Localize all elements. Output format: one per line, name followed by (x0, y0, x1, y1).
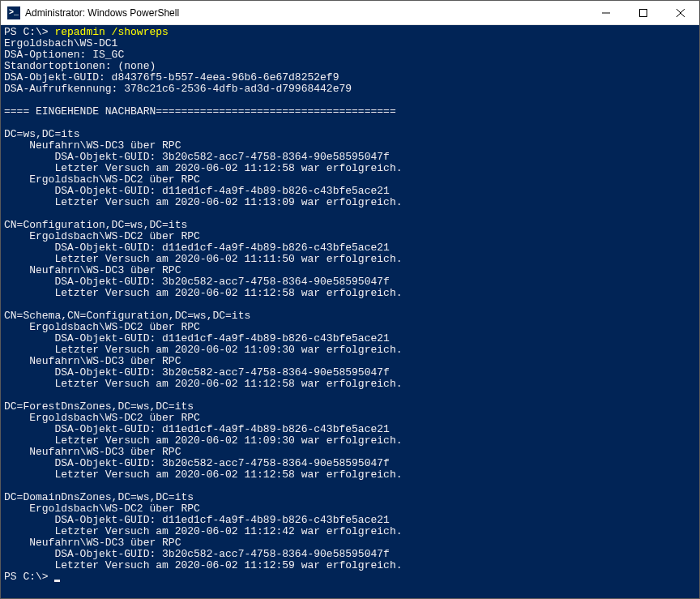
output-guid: DSA-Objekt-GUID: d11ed1cf-4a9f-4b89-b826… (4, 185, 390, 197)
close-button[interactable] (662, 1, 699, 24)
output-attempt: Letzter Versuch am 2020-06-02 11:09:30 w… (4, 344, 402, 356)
output-neighbor: Neufahrn\WS-DC3 über RPC (4, 264, 181, 276)
output-guid: DSA-Objekt-GUID: 3b20c582-acc7-4758-8364… (4, 366, 390, 379)
powershell-icon: >_ (7, 6, 20, 19)
output-attempt: Letzter Versuch am 2020-06-02 11:13:09 w… (4, 196, 402, 208)
output-neighbor: Neufahrn\WS-DC3 über RPC (4, 537, 181, 549)
output-context: DC=DomainDnsZones,DC=ws,DC=its (4, 491, 194, 503)
output-attempt: Letzter Versuch am 2020-06-02 11:12:58 w… (4, 162, 402, 174)
minimize-button[interactable] (587, 1, 625, 24)
output-neighbor: Neufahrn\WS-DC3 über RPC (4, 355, 181, 367)
output-neighbor: Neufahrn\WS-DC3 über RPC (4, 139, 181, 152)
prompt: PS C:\> (4, 571, 54, 583)
output-context: CN=Configuration,DC=ws,DC=its (4, 219, 187, 231)
output-neighbor: Ergoldsbach\WS-DC2 über RPC (4, 321, 200, 333)
output-guid: DSA-Objekt-GUID: 3b20c582-acc7-4758-8364… (4, 548, 390, 560)
titlebar[interactable]: >_ Administrator: Windows PowerShell (1, 1, 699, 25)
output-attempt: Letzter Versuch am 2020-06-02 11:12:58 w… (4, 469, 402, 481)
terminal-output[interactable]: PS C:\> repadmin /showreps Ergoldsbach\W… (1, 25, 699, 598)
output-attempt: Letzter Versuch am 2020-06-02 11:12:58 w… (4, 378, 402, 390)
output-attempt: Letzter Versuch am 2020-06-02 11:12:58 w… (4, 287, 402, 299)
output-line: DSA-Objekt-GUID: d84376f5-b557-4eea-96b6… (4, 71, 339, 83)
output-attempt: Letzter Versuch am 2020-06-02 11:09:30 w… (4, 434, 402, 447)
output-context: CN=Schema,CN=Configuration,DC=ws,DC=its (4, 310, 250, 322)
output-attempt: Letzter Versuch am 2020-06-02 11:12:42 w… (4, 525, 402, 537)
output-guid: DSA-Objekt-GUID: d11ed1cf-4a9f-4b89-b826… (4, 242, 390, 254)
output-context: DC=ForestDnsZones,DC=ws,DC=its (4, 400, 194, 413)
output-neighbor: Neufahrn\WS-DC3 über RPC (4, 446, 181, 458)
output-guid: DSA-Objekt-GUID: 3b20c582-acc7-4758-8364… (4, 457, 390, 469)
command-text: repadmin /showreps (49, 26, 169, 38)
output-neighbor: Ergoldsbach\WS-DC2 über RPC (4, 503, 200, 515)
svg-rect-1 (640, 9, 647, 16)
output-line: Ergoldsbach\WS-DC1 (4, 37, 117, 49)
powershell-window: >_ Administrator: Windows PowerShell PS … (0, 0, 700, 599)
output-guid: DSA-Objekt-GUID: d11ed1cf-4a9f-4b89-b826… (4, 423, 390, 435)
output-attempt: Letzter Versuch am 2020-06-02 11:12:59 w… (4, 559, 402, 571)
cursor (54, 580, 60, 582)
output-neighbor: Ergoldsbach\WS-DC2 über RPC (4, 173, 200, 186)
output-guid: DSA-Objekt-GUID: 3b20c582-acc7-4758-8364… (4, 276, 390, 288)
window-controls (587, 1, 699, 24)
window-title: Administrator: Windows PowerShell (25, 7, 587, 19)
output-line: Standortoptionen: (none) (4, 60, 156, 72)
output-neighbor: Ergoldsbach\WS-DC2 über RPC (4, 230, 200, 242)
output-line: DSA-Optionen: IS_GC (4, 49, 124, 61)
maximize-button[interactable] (625, 1, 662, 24)
output-section-header: ==== EINGEHENDE NACHBARN================… (4, 105, 396, 118)
output-guid: DSA-Objekt-GUID: 3b20c582-acc7-4758-8364… (4, 151, 390, 163)
output-attempt: Letzter Versuch am 2020-06-02 11:11:50 w… (4, 253, 402, 265)
output-line: DSA-Aufrufkennung: 378c21c6-2536-4dfb-ad… (4, 83, 352, 95)
output-neighbor: Ergoldsbach\WS-DC2 über RPC (4, 412, 200, 424)
prompt: PS C:\> (4, 26, 49, 38)
output-context: DC=ws,DC=its (4, 128, 80, 140)
output-guid: DSA-Objekt-GUID: d11ed1cf-4a9f-4b89-b826… (4, 514, 390, 526)
output-guid: DSA-Objekt-GUID: d11ed1cf-4a9f-4b89-b826… (4, 332, 390, 344)
